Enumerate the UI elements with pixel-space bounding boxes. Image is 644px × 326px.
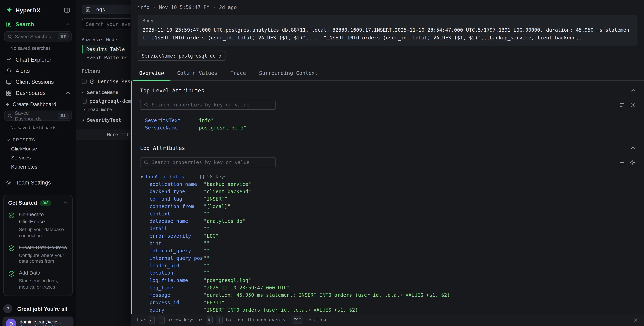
attribute-row[interactable]: internal_query_pos "": [150, 255, 636, 262]
attribute-row[interactable]: ServiceName "postgresql-demo": [140, 124, 636, 132]
facet-servicename-toggle[interactable]: ServiceName: [76, 86, 130, 97]
grid-icon: [6, 90, 12, 96]
attribute-value: "": [204, 211, 210, 217]
attribute-row[interactable]: application_name "backup_service": [150, 181, 636, 188]
attribute-value: "": [204, 263, 210, 268]
separator-dot: ·: [213, 5, 216, 10]
attribute-row[interactable]: connection_from "[local]": [150, 203, 636, 210]
attribute-row[interactable]: log_time "2025-11-10 23:59:47.000 UTC": [150, 284, 636, 292]
get-started-item[interactable]: Connect to ClickHouse Set up your databa…: [8, 211, 68, 239]
attribute-row[interactable]: database_name "analytics_db": [150, 217, 636, 225]
attribute-row[interactable]: message "duration: 45.950 ms statement: …: [150, 291, 636, 299]
preset-dashboard-item[interactable]: Services: [0, 153, 76, 162]
get-started-item[interactable]: Create Data Sources Configure where your…: [8, 244, 68, 264]
attribute-key: context: [150, 211, 204, 217]
preset-dashboard-item[interactable]: ClickHouse: [0, 144, 76, 153]
source-selector-button[interactable]: Logs: [82, 5, 136, 14]
attribute-row[interactable]: context "": [150, 210, 636, 217]
top-level-search-input[interactable]: [152, 102, 272, 108]
attribute-row[interactable]: command_tag "INSERT": [150, 195, 636, 203]
logattributes-root-key: LogAttributes: [146, 174, 184, 180]
settings-icon[interactable]: [630, 159, 636, 166]
help-row: ? Great job! You're all: [0, 296, 76, 313]
sidebar-item-alerts[interactable]: Alerts: [0, 65, 76, 77]
drawer-footer: Use ← → arrow keys or k j to move throug…: [131, 314, 644, 326]
footer-use-text: Use: [137, 317, 145, 323]
logattributes-root-row[interactable]: LogAttributes {} 28 keys: [140, 174, 636, 180]
preset-dashboard-item[interactable]: Kubernetes: [0, 162, 76, 171]
footer-arrows-text: arrow keys or: [168, 317, 203, 323]
attribute-row[interactable]: hint "": [150, 240, 636, 247]
collapse-section-icon[interactable]: [630, 88, 636, 93]
sidebar-item-label: Alerts: [16, 68, 70, 74]
gear-icon: [6, 180, 12, 186]
attribute-row[interactable]: location "": [150, 269, 636, 277]
sidebar: HyperDX Search Saved Searches ⌘K No save…: [0, 0, 76, 326]
sidebar-item-label: Team Settings: [16, 180, 70, 186]
get-started-header[interactable]: Get Started 3/3: [8, 200, 68, 206]
collapse-sidebar-icon[interactable]: [64, 7, 70, 13]
mode-results-table[interactable]: Results Table: [82, 45, 130, 54]
tab-column-values[interactable]: Column Values: [170, 66, 224, 80]
help-button[interactable]: ?: [3, 304, 12, 313]
source-selector-label: Logs: [93, 7, 105, 12]
close-drawer-icon[interactable]: [633, 317, 638, 323]
attribute-row[interactable]: backend_type "client backend": [150, 188, 636, 195]
sidebar-item-search[interactable]: Search: [0, 19, 76, 30]
keys-count-text: 28 keys: [207, 174, 227, 180]
get-started-item-title: Connect to ClickHouse: [19, 211, 68, 225]
attribute-row[interactable]: log.file.name "postgresql.log": [150, 277, 636, 284]
attribute-row[interactable]: process_id "88711": [150, 299, 636, 306]
chevron-down-icon: [81, 91, 85, 95]
settings-icon[interactable]: [630, 102, 636, 108]
attribute-row[interactable]: error_severity "LOG": [150, 232, 636, 240]
attribute-key: log_time: [150, 285, 204, 291]
chevron-up-icon: [66, 91, 70, 96]
facet-option-postgresql-demo[interactable]: postgresql-demo: [76, 97, 130, 106]
saved-searches-input[interactable]: Saved Searches ⌘K: [4, 31, 72, 42]
event-timestamp: Nov 10 5:59:47 PM: [159, 5, 209, 10]
line-wrap-icon[interactable]: [619, 159, 625, 166]
attribute-key: error_severity: [150, 233, 204, 239]
attribute-row[interactable]: leader_pid "": [150, 262, 636, 269]
attribute-row[interactable]: query "INSERT INTO orders (user_id, tota…: [150, 306, 636, 314]
line-wrap-icon[interactable]: [619, 102, 625, 108]
chevron-right-icon: [81, 118, 85, 122]
search-icon: [8, 113, 12, 118]
attribute-row[interactable]: detail "": [150, 225, 636, 232]
tab-surrounding-context[interactable]: Surrounding Context: [252, 66, 324, 80]
create-dashboard-button[interactable]: + Create Dashboard: [0, 99, 76, 109]
tab-overview[interactable]: Overview: [132, 66, 170, 80]
sidebar-item-team-settings[interactable]: Team Settings: [0, 177, 76, 188]
attribute-key: command_tag: [150, 196, 204, 202]
denoise-checkbox[interactable]: [82, 79, 86, 84]
user-menu[interactable]: D dominic.tran@clic... dominic.tran@clic…: [2, 316, 74, 326]
user-email: dominic.tran@clickho...: [20, 324, 62, 326]
get-started-item[interactable]: Add Data Start sending logs, metrics, or…: [8, 270, 68, 290]
tab-trace[interactable]: Trace: [224, 66, 252, 80]
sidebar-item-dashboards[interactable]: Dashboards: [0, 88, 76, 99]
attribute-row[interactable]: internal_query "": [150, 247, 636, 255]
attribute-key: process_id: [150, 300, 204, 305]
facet-severitytext-toggle[interactable]: SeverityText: [76, 113, 130, 124]
more-filters-button[interactable]: More filte: [76, 130, 137, 140]
service-name-tag[interactable]: ServiceName: postgresql-demo: [138, 51, 226, 61]
presets-toggle[interactable]: PRESETS: [0, 134, 76, 144]
attribute-row[interactable]: SeverityText "info": [140, 117, 636, 124]
footer-close-text: to close: [306, 317, 328, 323]
sidebar-item-chart-explorer[interactable]: Chart Explorer: [0, 54, 76, 66]
facet-option-checkbox[interactable]: [82, 99, 86, 104]
mode-event-patterns[interactable]: Event Patterns: [82, 54, 130, 62]
bell-icon: [6, 68, 12, 74]
attribute-value: "duration: 45.950 ms statement: INSERT I…: [204, 292, 453, 298]
log-body-box[interactable]: Body 2025-11-10 23:59:47.000 UTC,postgre…: [138, 15, 638, 46]
collapse-section-icon[interactable]: [630, 146, 636, 151]
section-title: Log Attributes: [140, 145, 185, 151]
log-attributes-search-input[interactable]: [152, 160, 272, 165]
load-more-button[interactable]: Load more: [76, 106, 130, 113]
sidebar-item-client-sessions[interactable]: Client Sessions: [0, 77, 76, 88]
saved-dashboards-input[interactable]: Saved Dashboards ⌘K: [4, 111, 72, 121]
check-circle-icon: [8, 271, 15, 277]
logo-row: HyperDX: [0, 3, 76, 19]
denoise-results-row[interactable]: Denoise Resul: [76, 77, 130, 86]
